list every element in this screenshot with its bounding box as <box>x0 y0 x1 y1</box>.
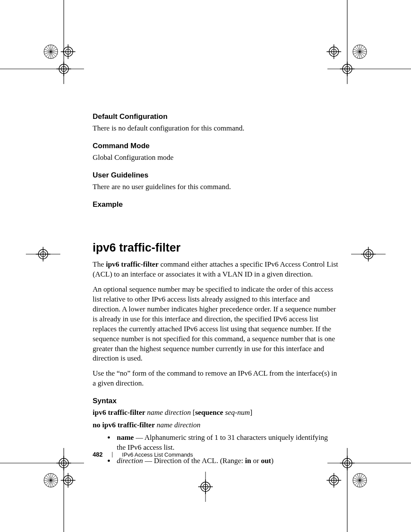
text-or: or <box>251 457 261 465</box>
page-footer: 482 IPv6 Access List Commands <box>93 451 193 458</box>
heading-example: Example <box>93 200 338 210</box>
text-user-guidelines: There are no user guidelines for this co… <box>93 182 338 192</box>
page-content: Default Configuration There is no defaul… <box>93 112 338 470</box>
syntax-bracket-open: [ <box>191 408 195 417</box>
intro-pre: The <box>93 260 106 268</box>
syntax-bracket-close: ] <box>250 408 252 417</box>
chapter-title: IPv6 Access List Commands <box>122 451 193 458</box>
command-intro: The ipv6 traffic-filter command either a… <box>93 260 338 280</box>
command-title: ipv6 traffic-filter <box>93 240 338 255</box>
text-default-configuration: There is no default configuration for th… <box>93 124 338 134</box>
param-desc: — Alphanumeric string of 1 to 31 charact… <box>117 433 328 451</box>
heading-command-mode: Command Mode <box>93 141 338 151</box>
syntax-keyword: sequence <box>195 408 225 417</box>
command-para3: Use the “no” form of the command to remo… <box>93 369 338 389</box>
syntax-param1: name direction <box>147 408 191 417</box>
list-item: name — Alphanumeric string of 1 to 31 ch… <box>115 433 338 453</box>
page-number: 482 <box>93 451 103 458</box>
syntax-no-cmd: no ipv6 traffic-filter <box>93 421 156 429</box>
syntax-line1: ipv6 traffic-filter name direction [sequ… <box>93 408 338 418</box>
syntax-no-params: name direction <box>156 421 200 429</box>
syntax-line2: no ipv6 traffic-filter name direction <box>93 420 338 430</box>
heading-user-guidelines: User Guidelines <box>93 171 338 180</box>
heading-syntax: Syntax <box>93 396 338 406</box>
text-close: ) <box>271 457 274 465</box>
syntax-bullet-list: name — Alphanumeric string of 1 to 31 ch… <box>93 433 338 466</box>
heading-default-configuration: Default Configuration <box>93 112 338 122</box>
intro-bold: ipv6 traffic-filter <box>106 260 159 268</box>
syntax-param2: seq-num <box>225 408 250 417</box>
keyword-in: in <box>245 457 251 465</box>
param-name: name <box>117 433 134 442</box>
footer-divider <box>112 452 112 457</box>
text-command-mode: Global Configuration mode <box>93 153 338 163</box>
syntax-cmd: ipv6 traffic-filter <box>93 408 147 417</box>
keyword-out: out <box>261 457 271 465</box>
command-para2: An optional sequence number may be speci… <box>93 285 338 364</box>
